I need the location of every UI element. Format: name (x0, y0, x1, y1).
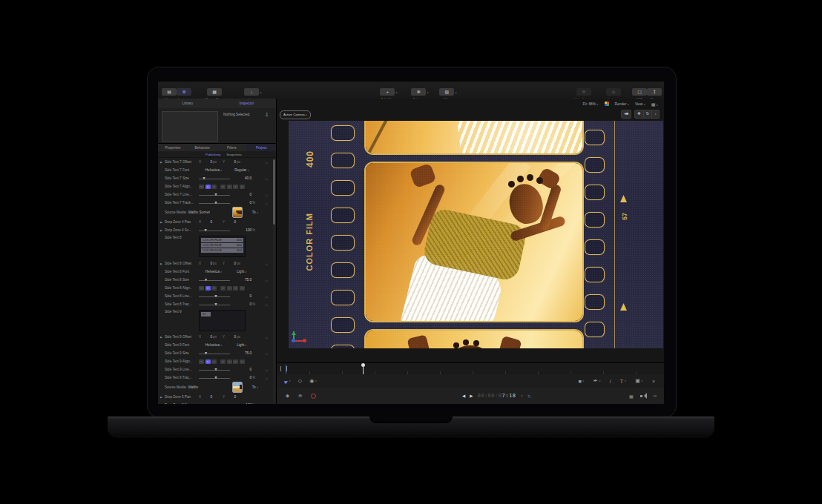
slider-value[interactable]: 0 (232, 294, 251, 298)
font-weight-popup[interactable]: Light (228, 270, 255, 273)
show-keyframes-icon[interactable]: ⊕ (298, 393, 302, 399)
text-entry-box[interactable]: 57 (199, 310, 246, 331)
play-button[interactable]: ▶ (470, 394, 473, 398)
align-button[interactable]: ≡ (233, 359, 238, 364)
to-popup[interactable]: To (246, 210, 264, 214)
keyframe-tool-icon[interactable]: ◆ (286, 393, 289, 399)
line-tool[interactable]: / (610, 379, 611, 384)
slider[interactable] (199, 376, 230, 380)
film-strip-icon[interactable]: ▦ (629, 394, 634, 399)
slider[interactable] (199, 302, 230, 307)
panel-scrollbar[interactable] (273, 158, 275, 404)
slider[interactable] (199, 294, 230, 299)
record-button[interactable] (311, 394, 316, 399)
align-button[interactable]: ≡ (199, 185, 204, 189)
text-tool[interactable]: T∨ (620, 379, 626, 384)
playhead[interactable] (363, 364, 364, 374)
subtab-snapshots[interactable]: Snapshots (226, 151, 242, 157)
slider[interactable] (199, 368, 230, 372)
bezier-tool[interactable]: ✒∨ (594, 378, 601, 384)
font-weight-popup[interactable]: Regular (228, 168, 255, 172)
dolly-view-icon[interactable]: ↓ (652, 110, 660, 119)
x-value[interactable]: 0 (202, 262, 212, 265)
align-button[interactable]: ≡ (227, 359, 232, 364)
playhead-knob[interactable] (361, 363, 365, 367)
x-value[interactable]: 0 (202, 160, 212, 164)
disclosure-triangle[interactable]: ▶ (158, 396, 165, 399)
align-button[interactable]: ≡ (227, 185, 232, 189)
align-button[interactable]: ≡ (220, 185, 226, 189)
select-tool[interactable]: ▶∨ (284, 379, 291, 384)
subtab-publishing[interactable]: Publishing (206, 151, 220, 157)
y-value[interactable]: 0 (226, 160, 236, 164)
media-thumbnail[interactable] (232, 382, 243, 393)
align-button[interactable]: ≡ (211, 185, 217, 189)
slider-value[interactable]: 40.0 (232, 176, 251, 180)
x-value[interactable]: 0 (202, 335, 212, 339)
keyframe-diamond[interactable]: ◇ (266, 193, 268, 196)
y-value[interactable]: 0 (226, 220, 236, 224)
slider[interactable] (199, 176, 230, 181)
keyframe-diamond[interactable]: ◇ (266, 376, 268, 379)
transform-tool[interactable]: ◇ (298, 378, 302, 384)
y-value[interactable]: 0 (226, 335, 236, 339)
font-family-popup[interactable]: Helvetica (199, 168, 228, 172)
media-thumbnail[interactable] (232, 207, 243, 218)
slider[interactable] (199, 228, 230, 233)
keyframe-diamond[interactable]: ◇ (266, 335, 268, 339)
pin-icon[interactable]: ↧ (265, 112, 269, 117)
align-button[interactable]: ≡ (206, 286, 211, 291)
step-back-button[interactable]: ◀ (462, 394, 465, 398)
align-button[interactable]: ≡ (220, 359, 226, 364)
align-button[interactable]: ≡ (240, 185, 245, 189)
slider-value[interactable]: 0 (232, 376, 251, 379)
loop-icon[interactable]: ↻ (527, 394, 531, 399)
align-button[interactable]: ≡ (220, 286, 226, 291)
disclosure-triangle[interactable]: ▶ (158, 161, 165, 164)
slider-value[interactable]: 75.0 (232, 278, 251, 282)
keyframe-diamond[interactable]: ◇ (266, 368, 268, 371)
shape-tool[interactable]: ■∨ (578, 379, 584, 384)
tab-library[interactable]: Library (158, 99, 217, 108)
slider-value[interactable]: 100 (232, 403, 251, 404)
keyframe-diamond[interactable]: ◇ (266, 262, 268, 265)
slider[interactable] (199, 201, 230, 205)
slider-value[interactable]: 75.0 (232, 351, 251, 355)
project-viewport[interactable]: 400 COLOR FILM 57 (289, 121, 663, 348)
keyframe-diamond[interactable]: ◇ (266, 160, 268, 164)
slider-value[interactable]: 0 (232, 302, 251, 306)
font-family-popup[interactable]: Helvetica (199, 270, 228, 273)
text-entry-box[interactable]: COLOR FILM400COLOR FILM400COLOR FILM400 (199, 236, 246, 257)
chevron-down-icon[interactable]: ∨ (521, 394, 523, 397)
orbit-view-icon[interactable]: ↻ (644, 110, 653, 119)
adjust-tool[interactable]: × (652, 379, 655, 384)
disclosure-triangle[interactable]: ▶ (158, 229, 165, 232)
tab-inspector[interactable]: Inspector (217, 99, 277, 108)
x-value[interactable]: 0 (202, 220, 212, 224)
keyframe-diamond[interactable]: ◇ (266, 176, 268, 180)
slider[interactable] (199, 278, 230, 282)
font-family-popup[interactable]: Helvetica (199, 343, 228, 347)
speaker-icon[interactable] (640, 393, 647, 399)
camera-view-button[interactable]: ◂■ (621, 110, 631, 119)
align-button[interactable]: ≡ (233, 185, 238, 189)
keyframe-diamond[interactable]: ◇ (266, 278, 268, 282)
align-button[interactable]: ≡ (227, 286, 232, 291)
scrollbar-thumb[interactable] (273, 159, 275, 225)
disclosure-triangle[interactable]: ▶ (158, 336, 165, 339)
align-button[interactable]: ≡ (240, 359, 245, 364)
slider-value[interactable]: 0 (232, 201, 251, 205)
layout-grid-icon[interactable]: ▦∨ (651, 102, 658, 107)
y-value[interactable]: 0 (226, 262, 236, 265)
view-menu[interactable]: View∨ (635, 102, 645, 106)
slider[interactable] (199, 193, 230, 197)
to-popup[interactable]: To (246, 385, 264, 389)
fit-zoom-menu[interactable]: Fit: 68%∨ (582, 102, 598, 106)
x-value[interactable]: 0 (202, 395, 212, 399)
timecode-display[interactable]: 00:00:07:18 (477, 393, 516, 399)
keyframe-diamond[interactable]: ◇ (266, 294, 268, 298)
slider-thumb[interactable] (204, 404, 207, 405)
slider-value[interactable]: 100 (232, 228, 251, 232)
align-button[interactable]: ≡ (206, 185, 211, 189)
font-weight-popup[interactable]: Light (228, 343, 255, 347)
